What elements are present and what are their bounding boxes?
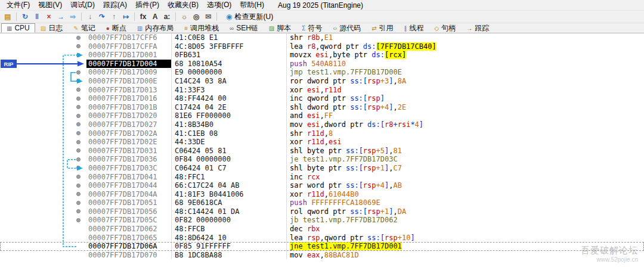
breakpoint-dot[interactable]	[76, 36, 80, 40]
breakpoint-dot[interactable]	[76, 218, 80, 222]
breakpoint-dot[interactable]	[76, 184, 80, 188]
tab-log[interactable]: ▤日志	[35, 23, 68, 33]
disasm-row[interactable]: 00007FF7DB17D0010FB631movzx esi,byte ptr…	[0, 51, 644, 60]
breakpoint-dot[interactable]	[76, 140, 80, 144]
tab-breakpoints[interactable]: ●断点	[101, 23, 132, 33]
breakpoint-dot[interactable]	[76, 70, 80, 74]
restart-icon[interactable]: ↻	[20, 12, 30, 22]
disasm-row[interactable]: 00007FF7DB17D04466:C17C24 04 ABsar word …	[0, 181, 644, 190]
check-updates-button[interactable]: ◉ 检查更新(U)	[222, 11, 277, 23]
disasm-row[interactable]: 00007FF7DB17D031C06424 05 81shl byte ptr…	[0, 147, 644, 156]
tab-symbols[interactable]: Σ符号	[296, 23, 327, 33]
breakpoint-dot[interactable]	[76, 175, 80, 179]
step-out-icon[interactable]: ↑	[109, 12, 119, 22]
tab-memory-map[interactable]: ▥内存布局	[132, 23, 179, 33]
tab-cpu[interactable]: ▦CPU	[1, 23, 35, 33]
token-seg: ss:	[350, 103, 363, 111]
disasm-row[interactable]: 00007FF7DB17D06248:FFCBdec rbx	[0, 225, 644, 234]
instruction-cell: jmp test1.vmp.7FF7DB17D00E	[286, 68, 644, 77]
disasm-row[interactable]: 00007FF7DB17D06A0F85 91FFFFFFjne test1.v…	[0, 242, 644, 251]
breakpoint-dot[interactable]	[76, 44, 80, 48]
tab-call-stack[interactable]: ≡调用堆栈	[179, 23, 224, 33]
disasm-row[interactable]: 00007FF7DB17CFF641:C0E8 E1shr r8b,E1	[0, 33, 644, 42]
run-ignore-exceptions-icon[interactable]: ⇒	[67, 12, 78, 22]
disasm-row[interactable]: 00007FF7DB17D04A41:81F3 B0441006xor r11d…	[0, 190, 644, 199]
menu-item-7[interactable]: 帮助(H)	[236, 0, 268, 11]
font-az-icon[interactable]: a:	[162, 12, 172, 22]
comment-icon[interactable]: ✉	[203, 12, 213, 22]
disasm-row[interactable]: 00007FF7DB17CFFA4C:8D05 3FFBFFFFlea r8,q…	[0, 42, 644, 51]
breakpoint-dot[interactable]	[76, 148, 80, 153]
gutter-cell	[0, 181, 86, 190]
breakpoint-dot[interactable]	[76, 79, 80, 83]
breakpoint-dot[interactable]	[76, 97, 80, 101]
step-over-icon[interactable]: ↷	[97, 12, 107, 22]
disasm-row[interactable]: 00007FF7DB17D02741:8B34B0mov esi,dword p…	[0, 120, 644, 129]
tab-notes[interactable]: ✎笔记	[68, 23, 100, 33]
disasm-row[interactable]: 00007FF7DB17D02A41:C1EB 08shr r11d,8	[0, 129, 644, 138]
breakpoint-dot[interactable]	[76, 192, 80, 196]
run-icon[interactable]: →	[55, 12, 66, 22]
disasm-row[interactable]: 00007FF7DB17D009E9 00000000jmp test1.vmp…	[0, 68, 644, 77]
skip-icon[interactable]: ↦	[120, 12, 131, 22]
disasm-row[interactable]: 00007FF7DB17D05168 9E0618CApush FFFFFFFF…	[0, 198, 644, 207]
bytes-cell: 41:33F3	[171, 86, 286, 95]
tab-references[interactable]: ⇄引用	[366, 23, 398, 33]
disasm-row[interactable]: 00007FF7DB17D01BC17424 04 2Eshl dword pt…	[0, 103, 644, 112]
breakpoint-dot[interactable]	[76, 157, 80, 162]
disasm-row[interactable]: 00007FF7DB17D0360F84 00000000je test1.vm…	[0, 155, 644, 164]
instruction-text: shl dword ptr ss:[rsp+4],2E	[290, 103, 406, 111]
disasm-row[interactable]: 00007FF7DB17D01648:FF4424 00inc qword pt…	[0, 94, 644, 103]
breakpoint-dot[interactable]	[76, 105, 80, 109]
breakpoint-dot[interactable]	[76, 201, 80, 205]
breakpoint-dot[interactable]	[76, 131, 80, 135]
tab-threads[interactable]: ∥线程	[399, 23, 429, 33]
breakpoint-dot[interactable]	[76, 122, 80, 126]
disasm-row[interactable]: 00007FF7DB17D06548:8D6424 10lea rsp,qwor…	[0, 234, 644, 243]
disasm-row[interactable]: 00007FF7DB17D05648:C14424 01 DArol qword…	[0, 207, 644, 216]
instruction-cell: shl byte ptr ss:[rsp+5],81	[286, 147, 644, 156]
disasm-row[interactable]: 00007FF7DB17D00468 10810A54push 540A8110	[0, 60, 644, 69]
tab-seh-chain[interactable]: ∞SEH链	[224, 23, 264, 33]
tab-trace[interactable]: →跟踪	[461, 23, 494, 33]
breakpoint-dot[interactable]	[76, 114, 80, 118]
breakpoint-dot[interactable]	[76, 209, 80, 213]
stop-icon[interactable]: ×	[44, 12, 54, 22]
address-cell: 00007FF7DB17D01B	[86, 103, 171, 112]
settings-gear-icon[interactable]: ☼	[179, 12, 190, 22]
breakpoint-dot[interactable]	[76, 88, 80, 92]
step-into-icon[interactable]: ↓	[85, 12, 95, 22]
disasm-row[interactable]: 00007FF7DB17D05C0F82 00000000jb test1.vm…	[0, 216, 644, 225]
tab-source-icon: ‹›	[333, 25, 337, 32]
menu-item-5[interactable]: 收藏夹(B)	[163, 0, 203, 11]
token-kw: byte ptr	[333, 51, 371, 59]
gutter-cell	[0, 51, 86, 60]
menu-item-2[interactable]: 调试(D)	[66, 0, 99, 11]
disasm-row[interactable]: 00007FF7DB17D02081E6 FF000000and esi,FF	[0, 111, 644, 120]
pause-icon[interactable]: ‖	[32, 12, 42, 22]
menu-item-3[interactable]: 跟踪(A)	[99, 0, 131, 11]
breakpoint-dot[interactable]	[76, 166, 80, 170]
tab-source[interactable]: ‹›源代码	[327, 23, 366, 33]
tab-script[interactable]: ▨脚本	[264, 23, 296, 33]
disasm-row[interactable]: 00007FF7DB17D02E44:33DExor r11d,esi	[0, 138, 644, 147]
disasm-row[interactable]: 00007FF7DB17D04148:FFC1inc rcx	[0, 173, 644, 182]
token-pu: push	[290, 198, 311, 207]
assemble-fx-icon[interactable]: fx	[138, 12, 148, 22]
breakpoint-dot[interactable]	[76, 53, 80, 57]
menu-item-1[interactable]: 视图(V)	[34, 0, 66, 11]
gutter-cell	[0, 94, 86, 103]
tab-source-label: 源代码	[339, 23, 361, 33]
text-a-icon[interactable]: A	[150, 12, 160, 22]
search-binoculars-icon[interactable]: ◎	[191, 12, 202, 22]
address-cell: 00007FF7DB17D013	[86, 86, 171, 95]
disasm-row[interactable]: 00007FF7DB17D01341:33F3xor esi,r11d	[0, 86, 644, 95]
disasm-row[interactable]: 00007FF7DB17D00EC14C24 03 8Aror dword pt…	[0, 77, 644, 86]
menu-item-0[interactable]: 文件(F)	[2, 0, 34, 11]
tab-handles[interactable]: ◇句柄	[429, 23, 462, 33]
menu-item-4[interactable]: 插件(P)	[131, 0, 163, 11]
open-folder-icon[interactable]: ▤	[2, 12, 13, 22]
disasm-row[interactable]: 00007FF7DB17D070B8 1DC8BA88mov eax,88BAC…	[0, 251, 644, 260]
disasm-row[interactable]: 00007FF7DB17D03CC06424 01 C7shl byte ptr…	[0, 164, 644, 173]
menu-item-6[interactable]: 选项(O)	[203, 0, 236, 11]
